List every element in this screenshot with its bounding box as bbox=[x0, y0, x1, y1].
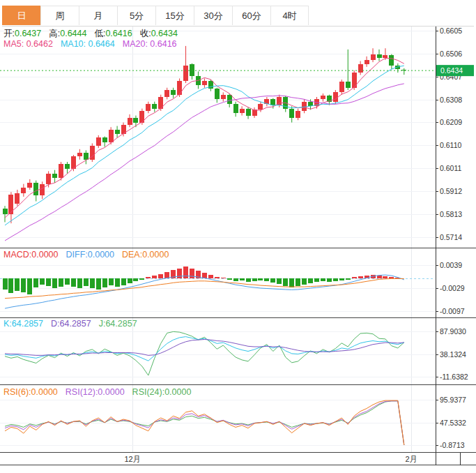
candle-body bbox=[27, 183, 32, 188]
candle-body bbox=[8, 195, 13, 214]
x-axis-labels: 12月2月 bbox=[124, 455, 417, 463]
macd-panel bbox=[3, 266, 404, 308]
macd-hist-bar bbox=[27, 278, 32, 294]
macd-hist-bar bbox=[3, 278, 8, 290]
macd-hist-bar bbox=[8, 278, 13, 292]
y-tick-label: 38.1324 bbox=[440, 350, 466, 359]
candle-body bbox=[215, 89, 220, 99]
macd-hist-bar bbox=[96, 278, 101, 290]
macd-hist-bar bbox=[327, 278, 332, 282]
macd-hist-bar bbox=[240, 278, 245, 280]
candle-body bbox=[96, 137, 101, 146]
y-tick-label: 0.6110 bbox=[440, 141, 461, 149]
timeframe-tabbar: 日周月5分15分30分60分4时 bbox=[2, 6, 474, 27]
candle-body bbox=[152, 104, 157, 109]
macd-hist-bar bbox=[289, 278, 294, 287]
y-tick-label: 0.6209 bbox=[440, 118, 462, 126]
candle-body bbox=[208, 81, 213, 89]
y-tick-label: -0.8713 bbox=[440, 441, 465, 449]
current-price-badge-text: 0.6434 bbox=[440, 66, 463, 75]
y-tick-label: -0.0029 bbox=[440, 284, 465, 292]
macd-hist-bar bbox=[40, 278, 45, 285]
macd-hist-bar bbox=[277, 278, 282, 284]
x-axis-label: 2月 bbox=[405, 455, 417, 463]
candle-body bbox=[133, 118, 138, 123]
candle-body bbox=[383, 55, 387, 57]
macd-hist-bar bbox=[109, 278, 114, 285]
candle-body bbox=[389, 55, 394, 66]
candle-body bbox=[240, 109, 245, 114]
ma20-line bbox=[5, 84, 404, 241]
y-tick-label: 0.5813 bbox=[440, 210, 462, 218]
y-tick-label: 0.6506 bbox=[440, 50, 462, 58]
kdj-k-line bbox=[5, 337, 404, 361]
macd-hist-bar bbox=[339, 278, 344, 280]
macd-hist-bar bbox=[133, 278, 138, 281]
macd-hist-bar bbox=[15, 278, 20, 290]
tab-5min[interactable]: 5分 bbox=[117, 6, 155, 25]
candle-body bbox=[289, 109, 294, 118]
kline-chart-app: 0.66050.65060.64070.63080.62090.61100.60… bbox=[0, 0, 476, 473]
macd-hist-bar bbox=[358, 276, 363, 279]
y-tick-label: 0.6011 bbox=[440, 164, 461, 172]
candle-body bbox=[115, 130, 120, 135]
candle-body bbox=[21, 188, 26, 193]
macd-hist-bar bbox=[246, 278, 251, 282]
y-tick-label: 0.5912 bbox=[440, 187, 462, 195]
tab-day[interactable]: 日 bbox=[2, 6, 40, 25]
candle-body bbox=[302, 102, 307, 111]
macd-hist-bar bbox=[59, 278, 63, 287]
macd-hist-bar bbox=[258, 278, 263, 280]
candle-body bbox=[171, 90, 176, 95]
macd-hist-bar bbox=[346, 278, 351, 280]
candle-body bbox=[246, 109, 251, 116]
candle-body bbox=[233, 104, 238, 113]
kdj-d-line bbox=[5, 340, 404, 356]
macd-hist-bar bbox=[177, 269, 182, 279]
tab-month[interactable]: 月 bbox=[79, 6, 117, 25]
y-tick-label: -11.6382 bbox=[440, 373, 468, 381]
y-tick-label: 0.6605 bbox=[440, 27, 462, 35]
candle-body bbox=[164, 90, 169, 97]
candle-body bbox=[128, 118, 132, 125]
x-axis-label: 12月 bbox=[124, 455, 140, 463]
tab-4hour[interactable]: 4时 bbox=[270, 6, 309, 25]
candle-body bbox=[321, 96, 325, 99]
candle-body bbox=[65, 164, 70, 169]
macd-hist-bar bbox=[71, 278, 76, 287]
tab-30min[interactable]: 30分 bbox=[194, 6, 232, 25]
macd-hist-bar bbox=[146, 277, 151, 278]
y-tick-label: 0.0039 bbox=[440, 261, 462, 269]
y-tick-label: 87.9030 bbox=[440, 327, 466, 336]
tab-week[interactable]: 周 bbox=[40, 6, 79, 25]
candle-body bbox=[3, 209, 8, 214]
y-axis-tick-labels: 0.66050.65060.64070.63080.62090.61100.60… bbox=[436, 27, 468, 449]
macd-hist-bar bbox=[152, 276, 157, 279]
candle-body bbox=[52, 174, 57, 179]
y-tick-label: 47.5332 bbox=[440, 419, 466, 427]
macd-hist-bar bbox=[215, 277, 220, 279]
tab-15min[interactable]: 15分 bbox=[155, 6, 194, 25]
macd-hist-bar bbox=[352, 277, 357, 278]
macd-hist-bar bbox=[121, 278, 126, 285]
candle-body bbox=[258, 104, 263, 110]
tab-60min[interactable]: 60分 bbox=[232, 6, 270, 25]
candle-body bbox=[77, 153, 82, 156]
macd-hist-bar bbox=[52, 278, 57, 288]
macd-hist-bar bbox=[221, 278, 226, 278]
macd-hist-bar bbox=[21, 278, 26, 292]
kdj-panel bbox=[5, 331, 404, 375]
macd-hist-bar bbox=[308, 278, 313, 283]
y-tick-label: 95.9377 bbox=[440, 396, 466, 404]
candle-body bbox=[358, 64, 363, 73]
macd-hist-bar bbox=[252, 278, 257, 281]
candle-body bbox=[346, 82, 351, 87]
macd-hist-bar bbox=[115, 278, 120, 287]
y-tick-label: 0.6308 bbox=[440, 96, 462, 104]
price-chart-svg[interactable]: 0.66050.65060.64070.63080.62090.61100.60… bbox=[0, 0, 476, 473]
candle-body bbox=[364, 60, 369, 65]
macd-hist-bar bbox=[321, 278, 325, 281]
macd-hist-bar bbox=[302, 278, 307, 285]
candle-body bbox=[102, 137, 107, 142]
candle-body bbox=[183, 66, 188, 81]
